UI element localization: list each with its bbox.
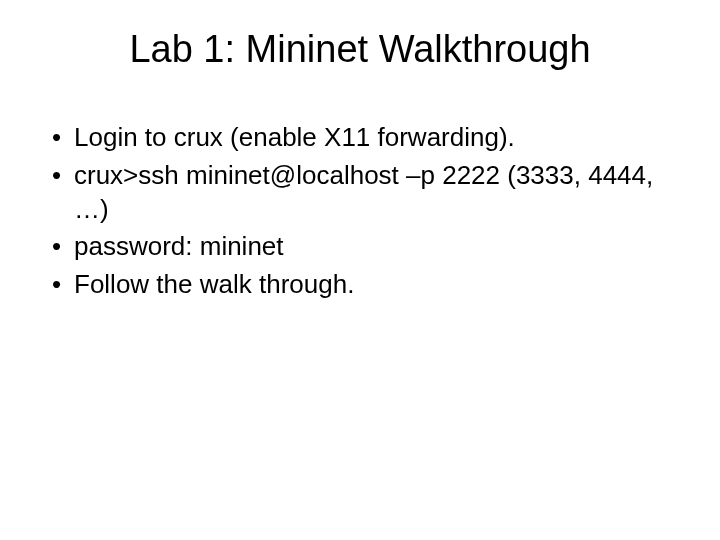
bullet-list: Login to crux (enable X11 forwarding). c… <box>40 121 680 302</box>
bullet-item: crux>ssh mininet@localhost –p 2222 (3333… <box>50 159 680 227</box>
slide-title: Lab 1: Mininet Walkthrough <box>40 28 680 71</box>
bullet-item: Follow the walk through. <box>50 268 680 302</box>
bullet-item: Login to crux (enable X11 forwarding). <box>50 121 680 155</box>
bullet-item: password: mininet <box>50 230 680 264</box>
slide-container: Lab 1: Mininet Walkthrough Login to crux… <box>0 0 720 540</box>
